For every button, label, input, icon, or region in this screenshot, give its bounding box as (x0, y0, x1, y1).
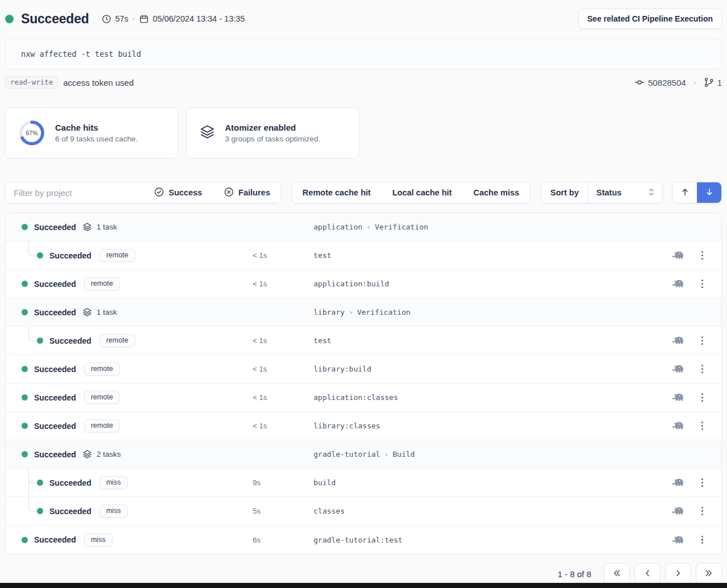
status-dot (37, 337, 43, 344)
separator-dot (694, 82, 696, 84)
task-name: classes (314, 507, 659, 515)
remote-cache-hit-button[interactable]: Remote cache hit (292, 182, 382, 203)
task-name: build (314, 478, 659, 487)
see-related-ci-pipeline-button[interactable]: See related CI Pipeline Execution (578, 9, 722, 29)
previous-page-button[interactable] (634, 563, 661, 585)
gradle-scan-button[interactable] (670, 504, 686, 518)
chevron-left-icon (643, 569, 652, 579)
first-page-button[interactable] (604, 563, 630, 585)
separator-dot (133, 18, 135, 20)
row-status-label: Succeeded (34, 450, 76, 459)
gradle-scan-button[interactable] (670, 533, 686, 547)
gradle-scan-button[interactable] (670, 277, 686, 290)
x-circle-icon (224, 187, 234, 199)
status-dot (22, 451, 28, 457)
task-row[interactable]: Succeeded miss 6s gradle-tutorial:test (6, 526, 721, 554)
gradle-scan-button[interactable] (670, 334, 686, 347)
kebab-menu-icon (701, 422, 703, 430)
status-dot (22, 394, 28, 401)
row-menu-button[interactable] (700, 278, 704, 289)
status-dot (37, 252, 43, 258)
local-cache-hit-button[interactable]: Local cache hit (382, 182, 463, 203)
row-status-label: Succeeded (34, 308, 76, 317)
run-status-title: Succeeded (21, 11, 89, 27)
gradle-scan-button[interactable] (670, 249, 686, 262)
status-dot (22, 309, 28, 315)
gradle-scan-button[interactable] (670, 391, 686, 404)
layers-icon (82, 449, 92, 459)
row-status-label: Succeeded (34, 422, 76, 431)
task-name: library:classes (314, 422, 659, 430)
project-breadcrumb: gradle-tutorial›Build (314, 450, 659, 458)
run-detail-page: Succeeded 57s 05/06/2024 13:34 - 13:35 S… (0, 0, 727, 585)
kebab-menu-icon (701, 478, 703, 487)
breadcrumb-separator: › (362, 223, 375, 231)
filter-by-project-input[interactable] (6, 182, 143, 203)
task-name: test (314, 336, 659, 345)
tree-connector-elbow (28, 468, 37, 483)
task-row[interactable]: Succeeded miss 9s build (6, 469, 721, 497)
next-page-button[interactable] (665, 563, 691, 585)
row-menu-button[interactable] (700, 364, 704, 374)
sort-descending-button[interactable] (697, 182, 721, 203)
gradle-elephant-icon (671, 392, 684, 403)
target-name: Build (392, 450, 415, 458)
tree-connector-elbow (28, 241, 37, 256)
failures-filter-button[interactable]: Failures (213, 182, 281, 203)
task-row[interactable]: Succeeded remote < 1s library:build (6, 355, 721, 383)
row-menu-button[interactable] (700, 392, 704, 403)
status-dot (22, 366, 28, 372)
last-page-button[interactable] (696, 563, 722, 585)
cache-hit-percent: 67% (18, 119, 45, 147)
row-menu-button[interactable] (700, 250, 704, 261)
gradle-scan-button[interactable] (670, 476, 686, 489)
task-group-row[interactable]: Succeeded 1 task application›Verificatio… (6, 213, 721, 241)
task-name: test (314, 251, 659, 260)
task-row[interactable]: Succeeded remote < 1s library:classes (6, 412, 721, 440)
gradle-elephant-icon (671, 335, 684, 346)
status-dot (22, 224, 28, 230)
sort-ascending-button[interactable] (672, 182, 697, 203)
gradle-scan-button[interactable] (670, 362, 686, 376)
task-group-row[interactable]: Succeeded 2 tasks gradle-tutorial›Build (6, 440, 721, 469)
row-menu-button[interactable] (700, 420, 704, 431)
cache-hits-subtitle: 6 of 9 tasks used cache. (55, 135, 138, 143)
kebab-menu-icon (701, 336, 703, 345)
task-list: Succeeded 1 task application›Verificatio… (5, 212, 722, 554)
row-menu-button[interactable] (700, 335, 704, 346)
task-count-label: 1 task (97, 223, 117, 231)
arrow-down-icon (705, 187, 714, 198)
task-row[interactable]: Succeeded remote < 1s application:build (6, 270, 721, 298)
cache-status-badge: remote (99, 334, 135, 347)
kebab-menu-icon (701, 536, 703, 544)
row-menu-button[interactable] (700, 535, 704, 545)
kebab-menu-icon (701, 280, 703, 288)
vcs-info: 50828504 1 (634, 77, 722, 87)
sort-select[interactable]: Status (588, 182, 662, 203)
task-duration: < 1s (253, 422, 314, 430)
task-name: gradle-tutorial:test (314, 536, 659, 544)
cache-status-badge: remote (84, 277, 120, 290)
cache-status-badge: remote (99, 249, 135, 262)
task-row[interactable]: Succeeded remote < 1s test (6, 241, 721, 270)
task-duration: < 1s (253, 336, 314, 345)
task-row[interactable]: Succeeded remote < 1s test (6, 327, 721, 355)
branch-count[interactable]: 1 (717, 78, 722, 87)
status-dot (37, 479, 43, 486)
gradle-elephant-icon (671, 506, 684, 516)
cache-miss-button[interactable]: Cache miss (462, 182, 530, 203)
kebab-menu-icon (701, 251, 703, 260)
commit-hash[interactable]: 50828504 (648, 78, 686, 87)
gradle-elephant-icon (671, 420, 684, 431)
sort-by-label: Sort by (541, 182, 588, 203)
success-filter-button[interactable]: Success (143, 182, 213, 203)
task-row[interactable]: Succeeded miss 5s classes (6, 497, 721, 526)
layers-icon (199, 124, 215, 142)
row-menu-button[interactable] (700, 506, 704, 516)
gradle-scan-button[interactable] (670, 419, 686, 432)
project-breadcrumb: application›Verification (314, 223, 659, 231)
task-row[interactable]: Succeeded remote < 1s application:classe… (6, 383, 721, 412)
task-group-row[interactable]: Succeeded 1 task library›Verification (6, 298, 721, 327)
row-menu-button[interactable] (700, 477, 704, 488)
sort-group: Sort by Status (541, 182, 663, 203)
